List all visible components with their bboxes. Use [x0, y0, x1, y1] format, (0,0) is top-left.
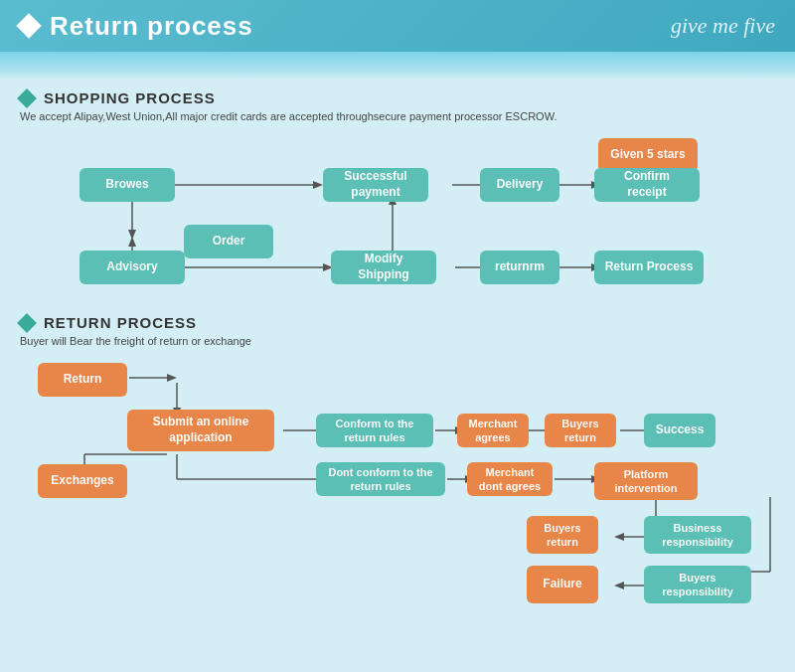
merchant-dont-box: Merchant dont agrees [467, 462, 553, 496]
main-content: SHOPPING PROCESS We accept Alipay,West U… [0, 70, 795, 653]
return-section-title: RETURN PROCESS [44, 314, 197, 331]
page-title: Return process [50, 11, 253, 42]
banner-ribbon [0, 52, 795, 70]
shopping-section-header: SHOPPING PROCESS [20, 89, 775, 106]
exchanges-box: Exchanges [38, 464, 127, 498]
buyers-responsibility-box: Buyers responsibility [644, 566, 751, 603]
dont-conform-box: Dont conform to the return rules [316, 462, 445, 496]
platform-intervention-box: Platform intervention [594, 462, 698, 500]
buyers-return-top-box: Buyers return [545, 414, 616, 447]
return-section-header: RETURN PROCESS [20, 314, 775, 331]
brand-logo: give me five [671, 13, 775, 39]
failure-box: Failure [527, 566, 598, 603]
svg-marker-7 [128, 237, 136, 247]
svg-marker-48 [614, 582, 624, 589]
return-flow-diagram: Return Submit an online application Exch… [20, 355, 775, 643]
business-responsibility-box: Business responsibility [644, 516, 751, 554]
shopping-desc: We accept Alipay,West Union,All major cr… [20, 110, 775, 122]
return-box: Return [38, 363, 127, 397]
buyers-return-bottom-box: Buyers return [527, 516, 598, 554]
page-header: Return process give me five [0, 0, 795, 52]
given-5-stars-box: Given 5 stars [598, 138, 698, 172]
merchant-agrees-box: Merchant agrees [457, 414, 529, 447]
shopping-flow-diagram: Given 5 stars Browes Successful payment … [20, 130, 775, 314]
modify-shipping-box: Modify Shipping [331, 251, 436, 284]
confirm-receipt-box: Confirm receipt [594, 168, 700, 202]
header-diamond-icon [16, 13, 41, 38]
return-process-box: Return Process [594, 251, 704, 284]
success-box: Success [644, 414, 716, 447]
svg-marker-5 [128, 230, 136, 240]
return-diamond-icon [17, 313, 37, 333]
order-box: Order [184, 225, 273, 258]
svg-marker-21 [167, 374, 177, 382]
svg-marker-44 [614, 533, 624, 541]
returnrm-box: returnrm [480, 251, 559, 284]
conform-rules-box: Conform to the return rules [316, 414, 433, 447]
advisory-box: Advisory [80, 251, 185, 284]
shopping-section-title: SHOPPING PROCESS [44, 89, 216, 106]
shopping-diamond-icon [17, 88, 37, 108]
delivery-box: Delivery [480, 168, 559, 202]
svg-marker-1 [313, 181, 323, 189]
browes-box: Browes [80, 168, 175, 202]
submit-online-box: Submit an online application [127, 410, 274, 451]
return-desc: Buyer will Bear the freight of return or… [20, 335, 775, 347]
successful-payment-box: Successful payment [323, 168, 428, 202]
